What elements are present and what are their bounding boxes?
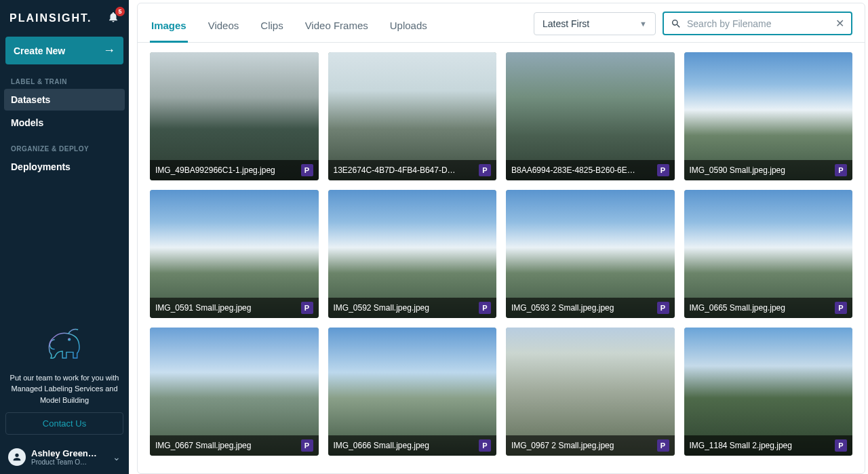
plainsight-badge: P — [479, 439, 491, 452]
plainsight-badge: P — [479, 302, 491, 314]
image-grid: IMG_49BA992966C1-1.jpeg.jpegP13E2674C-4B… — [138, 43, 865, 465]
image-caption: IMG_1184 Small 2.jpeg.jpegP — [684, 435, 853, 456]
contact-us-button[interactable]: Contact Us — [5, 412, 123, 435]
tab-videos[interactable]: Videos — [207, 12, 241, 43]
image-caption: IMG_0667 Small.jpeg.jpegP — [150, 435, 319, 456]
create-new-button[interactable]: Create New → — [5, 37, 123, 64]
notifications-button[interactable]: 5 — [107, 11, 119, 26]
image-filename: B8AA6994-283E-4825-B260-6E… — [511, 165, 653, 175]
svg-point-0 — [68, 338, 71, 340]
section-header-organize-deploy: ORGANIZE & DEPLOY — [4, 142, 125, 155]
main: Images Videos Clips Video Frames Uploads… — [129, 0, 868, 474]
user-subtitle: Product Team O… — [31, 458, 107, 466]
image-caption: IMG_0665 Small.jpeg.jpegP — [684, 298, 853, 318]
image-caption: IMG_0590 Small.jpeg.jpegP — [684, 160, 853, 180]
image-card[interactable]: IMG_0591 Small.jpeg.jpegP — [150, 190, 319, 318]
image-filename: IMG_0665 Small.jpeg.jpeg — [690, 303, 831, 313]
brand-row: PLAINSIGHT. 5 — [4, 7, 125, 34]
promo-text: Put our team to work for you with Manage… — [4, 372, 125, 413]
tab-uploads[interactable]: Uploads — [389, 12, 429, 43]
image-card[interactable]: IMG_0665 Small.jpeg.jpegP — [684, 190, 853, 318]
section-header-label-train: LABEL & TRAIN — [4, 75, 125, 88]
image-filename: IMG_0592 Small.jpeg.jpeg — [334, 303, 475, 313]
image-filename: IMG_1184 Small 2.jpeg.jpeg — [690, 441, 831, 450]
topbar: Images Videos Clips Video Frames Uploads… — [138, 3, 865, 43]
search-input[interactable] — [687, 18, 830, 29]
image-filename: IMG_49BA992966C1-1.jpeg.jpeg — [155, 165, 297, 175]
chevron-down-icon: ▼ — [639, 20, 647, 28]
sidebar-item-datasets[interactable]: Datasets — [4, 89, 125, 111]
tabs: Images Videos Clips Video Frames Uploads — [150, 12, 429, 42]
sidebar-item-deployments[interactable]: Deployments — [4, 156, 125, 178]
plainsight-badge: P — [835, 164, 847, 176]
search-field[interactable]: ✕ — [663, 12, 852, 35]
image-card[interactable]: IMG_0667 Small.jpeg.jpegP — [150, 328, 319, 456]
tab-images[interactable]: Images — [150, 12, 188, 43]
plainsight-badge: P — [301, 164, 313, 176]
tab-clips[interactable]: Clips — [259, 12, 284, 43]
image-card[interactable]: IMG_0666 Small.jpeg.jpegP — [328, 328, 497, 456]
clear-search-button[interactable]: ✕ — [835, 17, 844, 30]
image-card[interactable]: IMG_49BA992966C1-1.jpeg.jpegP — [150, 52, 319, 180]
brand-logo: PLAINSIGHT. — [9, 12, 92, 24]
plainsight-badge: P — [657, 302, 669, 314]
plainsight-badge: P — [479, 164, 491, 176]
tab-video-frames[interactable]: Video Frames — [304, 12, 370, 43]
elephant-illustration — [40, 322, 89, 366]
person-icon — [12, 452, 22, 462]
image-filename: IMG_0593 2 Small.jpeg.jpeg — [511, 303, 653, 313]
create-new-label: Create New — [14, 45, 65, 56]
user-text: Ashley Green… Product Team O… — [31, 448, 107, 466]
sidebar: PLAINSIGHT. 5 Create New → LABEL & TRAIN… — [0, 0, 129, 474]
plainsight-badge: P — [301, 439, 313, 452]
plainsight-badge: P — [301, 302, 313, 314]
sort-select[interactable]: Latest First ▼ — [534, 12, 656, 35]
content-panel: Images Videos Clips Video Frames Uploads… — [137, 3, 865, 474]
image-card[interactable]: IMG_0593 2 Small.jpeg.jpegP — [506, 190, 675, 318]
image-filename: IMG_0666 Small.jpeg.jpeg — [334, 441, 475, 450]
image-caption: IMG_0666 Small.jpeg.jpegP — [328, 435, 497, 456]
user-name: Ashley Green… — [31, 448, 107, 458]
image-card[interactable]: 13E2674C-4B7D-4FB4-B647-D…P — [328, 52, 497, 180]
topbar-controls: Latest First ▼ ✕ — [534, 12, 852, 42]
image-caption: 13E2674C-4B7D-4FB4-B647-D…P — [328, 160, 497, 180]
plainsight-badge: P — [835, 439, 847, 452]
notification-count: 5 — [115, 7, 125, 16]
chevron-down-icon: ⌄ — [113, 452, 121, 462]
image-filename: IMG_0591 Small.jpeg.jpeg — [155, 303, 297, 313]
plainsight-badge: P — [835, 302, 847, 314]
image-filename: IMG_0967 2 Small.jpeg.jpeg — [511, 441, 653, 450]
image-filename: 13E2674C-4B7D-4FB4-B647-D… — [334, 165, 475, 175]
image-caption: IMG_0593 2 Small.jpeg.jpegP — [506, 298, 675, 318]
image-caption: IMG_0591 Small.jpeg.jpegP — [150, 298, 319, 318]
arrow-right-icon: → — [103, 43, 115, 58]
sort-selected-label: Latest First — [542, 18, 589, 29]
avatar — [8, 448, 26, 466]
image-caption: B8AA6994-283E-4825-B260-6E…P — [506, 160, 675, 180]
plainsight-badge: P — [657, 164, 669, 176]
image-card[interactable]: IMG_0967 2 Small.jpeg.jpegP — [506, 328, 675, 456]
image-card[interactable]: IMG_0592 Small.jpeg.jpegP — [328, 190, 497, 318]
image-card[interactable]: IMG_1184 Small 2.jpeg.jpegP — [684, 328, 853, 456]
user-menu[interactable]: Ashley Green… Product Team O… ⌄ — [4, 444, 125, 467]
sidebar-item-models[interactable]: Models — [4, 112, 125, 134]
image-caption: IMG_49BA992966C1-1.jpeg.jpegP — [150, 160, 319, 180]
image-card[interactable]: B8AA6994-283E-4825-B260-6E…P — [506, 52, 675, 180]
image-caption: IMG_0592 Small.jpeg.jpegP — [328, 298, 497, 318]
image-caption: IMG_0967 2 Small.jpeg.jpegP — [506, 435, 675, 456]
image-filename: IMG_0667 Small.jpeg.jpeg — [155, 441, 297, 450]
image-filename: IMG_0590 Small.jpeg.jpeg — [690, 165, 831, 175]
search-icon — [671, 18, 682, 29]
plainsight-badge: P — [657, 439, 669, 452]
image-card[interactable]: IMG_0590 Small.jpeg.jpegP — [684, 52, 853, 180]
